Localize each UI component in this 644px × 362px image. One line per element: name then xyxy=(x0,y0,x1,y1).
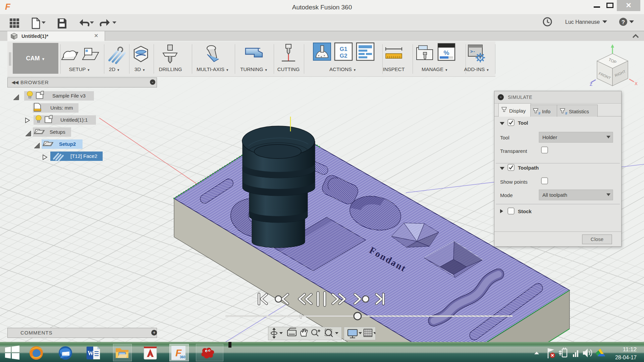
svg-text:Luc Hanneuse: Luc Hanneuse xyxy=(565,19,600,25)
svg-text:X: X xyxy=(635,81,638,86)
svg-text:G1: G1 xyxy=(340,46,347,52)
svg-text:G2: G2 xyxy=(340,53,347,59)
svg-text:Statistics: Statistics xyxy=(569,109,589,114)
svg-text:Transparent: Transparent xyxy=(500,148,527,154)
svg-text:W: W xyxy=(88,350,94,357)
svg-text:?: ? xyxy=(622,19,625,25)
svg-text:%: % xyxy=(444,49,449,56)
svg-text:#: # xyxy=(538,111,540,115)
svg-text:#: # xyxy=(565,111,567,115)
svg-text:>-: >- xyxy=(470,49,476,54)
svg-text:Z: Z xyxy=(590,82,592,87)
svg-text:Stock: Stock xyxy=(518,208,532,214)
svg-text:360: 360 xyxy=(180,355,185,359)
svg-text:28-04-17: 28-04-17 xyxy=(615,355,637,360)
svg-text:Display: Display xyxy=(509,108,526,114)
svg-text:All toolpath: All toolpath xyxy=(542,192,567,198)
svg-text:Tool: Tool xyxy=(518,120,528,126)
svg-text:Close: Close xyxy=(591,236,603,242)
svg-text:Show points: Show points xyxy=(500,179,528,185)
svg-text:Holder: Holder xyxy=(542,134,557,140)
svg-text:Info: Info xyxy=(542,109,550,114)
svg-text:Toolpath: Toolpath xyxy=(518,165,539,171)
svg-text:Mode: Mode xyxy=(500,192,513,198)
svg-text:11:12: 11:12 xyxy=(623,346,637,353)
svg-text:Tool: Tool xyxy=(500,135,509,140)
